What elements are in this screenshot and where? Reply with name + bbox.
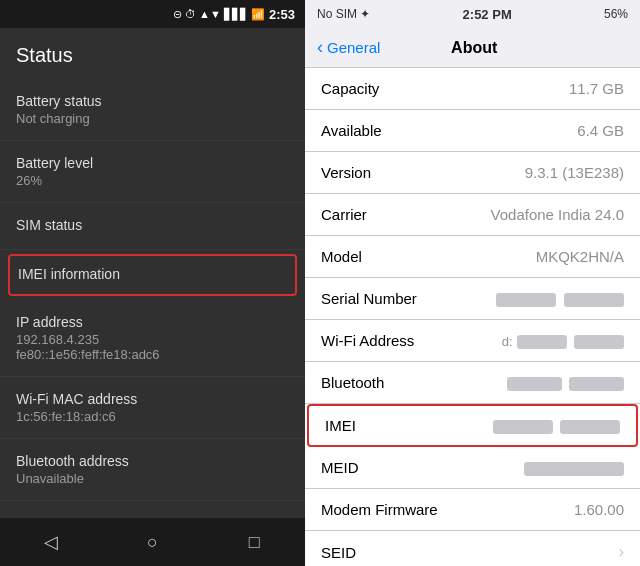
android-label-ip: IP address <box>16 314 289 330</box>
android-label-battery-status: Battery status <box>16 93 289 109</box>
ios-page-title: About <box>380 39 568 57</box>
blurred-wifi <box>517 335 567 349</box>
ios-value-available: 6.4 GB <box>390 122 624 139</box>
blurred-meid <box>524 462 624 476</box>
android-item-battery-status[interactable]: Battery status Not charging <box>0 79 305 141</box>
ios-row-bluetooth[interactable]: Bluetooth <box>305 362 640 404</box>
android-label-imei: IMEI information <box>18 266 287 282</box>
ios-panel: No SIM ✦ 2:52 PM 56% ‹ General About Cap… <box>305 0 640 566</box>
ios-value-version: 9.3.1 (13E238) <box>379 164 624 181</box>
ios-row-modem[interactable]: Modem Firmware 1.60.00 <box>305 489 640 531</box>
ios-label-seid: SEID <box>321 544 356 561</box>
ios-status-battery: 56% <box>604 7 628 21</box>
android-time: 2:53 <box>269 7 295 22</box>
ios-label-carrier: Carrier <box>321 206 367 223</box>
ios-row-imei[interactable]: IMEI <box>307 404 638 447</box>
ios-label-capacity: Capacity <box>321 80 379 97</box>
ios-row-wifi[interactable]: Wi-Fi Address d: <box>305 320 640 362</box>
ios-label-available: Available <box>321 122 382 139</box>
android-item-imei[interactable]: IMEI information <box>8 254 297 296</box>
blurred-imei1 <box>493 420 553 434</box>
ios-nav-bar: ‹ General About <box>305 28 640 68</box>
android-value-ip: 192.168.4.235fe80::1e56:feff:fe18:adc6 <box>16 332 289 362</box>
ios-row-model[interactable]: Model MKQK2HN/A <box>305 236 640 278</box>
chevron-right-icon: › <box>619 543 624 561</box>
android-status-bar: ⊝ ⏱ ▲▼ ▋▋▋ 📶 2:53 <box>0 0 305 28</box>
ios-value-serial <box>425 290 624 307</box>
android-label-bluetooth: Bluetooth address <box>16 453 289 469</box>
ios-label-bluetooth: Bluetooth <box>321 374 384 391</box>
ios-row-version[interactable]: Version 9.3.1 (13E238) <box>305 152 640 194</box>
blurred-bt2 <box>569 377 624 391</box>
android-status-icons: ⊝ ⏱ ▲▼ ▋▋▋ 📶 <box>173 8 265 21</box>
ios-back-label: General <box>327 39 380 56</box>
android-item-ip[interactable]: IP address 192.168.4.235fe80::1e56:feff:… <box>0 300 305 377</box>
ios-row-carrier[interactable]: Carrier Vodafone India 24.0 <box>305 194 640 236</box>
ios-value-modem: 1.60.00 <box>446 501 624 518</box>
blurred-serial2 <box>564 293 624 307</box>
android-value-bluetooth: Unavailable <box>16 471 289 486</box>
android-item-sim-status[interactable]: SIM status <box>0 203 305 250</box>
ios-label-modem: Modem Firmware <box>321 501 438 518</box>
ios-value-model: MKQK2HN/A <box>370 248 624 265</box>
ios-row-seid[interactable]: SEID › <box>305 531 640 566</box>
android-item-battery-level[interactable]: Battery level 26% <box>0 141 305 203</box>
ios-label-model: Model <box>321 248 362 265</box>
ios-status-time: 2:52 PM <box>463 7 512 22</box>
ios-value-imei <box>364 417 620 434</box>
android-value-wifi-mac: 1c:56:fe:18:ad:c6 <box>16 409 289 424</box>
ios-value-wifi: d: <box>422 332 624 349</box>
blurred-serial <box>496 293 556 307</box>
blurred-bt1 <box>507 377 562 391</box>
android-content: Battery status Not charging Battery leve… <box>0 79 305 518</box>
back-nav-icon[interactable]: ◁ <box>39 530 63 554</box>
android-label-wifi-mac: Wi-Fi MAC address <box>16 391 289 407</box>
wifi-partial: d: <box>502 334 513 349</box>
blurred-wifi2 <box>574 335 624 349</box>
ios-value-capacity: 11.7 GB <box>387 80 624 97</box>
ios-row-meid[interactable]: MEID <box>305 447 640 489</box>
chevron-left-icon: ‹ <box>317 37 323 58</box>
ios-label-version: Version <box>321 164 371 181</box>
android-item-bluetooth[interactable]: Bluetooth address Unavailable <box>0 439 305 501</box>
ios-value-carrier: Vodafone India 24.0 <box>375 206 624 223</box>
android-nav-bar: ◁ ○ □ <box>0 518 305 566</box>
android-item-wifi-mac[interactable]: Wi-Fi MAC address 1c:56:fe:18:ad:c6 <box>0 377 305 439</box>
ios-value-meid <box>367 459 625 476</box>
ios-label-wifi: Wi-Fi Address <box>321 332 414 349</box>
ios-back-button[interactable]: ‹ General <box>317 37 380 58</box>
ios-row-available[interactable]: Available 6.4 GB <box>305 110 640 152</box>
ios-label-serial: Serial Number <box>321 290 417 307</box>
home-nav-icon[interactable]: ○ <box>140 530 164 554</box>
android-value-battery-status: Not charging <box>16 111 289 126</box>
ios-row-serial[interactable]: Serial Number <box>305 278 640 320</box>
ios-content: Capacity 11.7 GB Available 6.4 GB Versio… <box>305 68 640 566</box>
android-page-title: Status <box>16 44 289 67</box>
android-label-battery-level: Battery level <box>16 155 289 171</box>
android-header: Status <box>0 28 305 79</box>
ios-status-left: No SIM ✦ <box>317 7 370 21</box>
recent-nav-icon[interactable]: □ <box>242 530 266 554</box>
ios-value-bluetooth <box>392 374 624 391</box>
ios-table: Capacity 11.7 GB Available 6.4 GB Versio… <box>305 68 640 566</box>
android-panel: ⊝ ⏱ ▲▼ ▋▋▋ 📶 2:53 Status Battery status … <box>0 0 305 566</box>
ios-row-capacity[interactable]: Capacity 11.7 GB <box>305 68 640 110</box>
blurred-imei2 <box>560 420 620 434</box>
android-value-battery-level: 26% <box>16 173 289 188</box>
android-label-sim-status: SIM status <box>16 217 289 233</box>
ios-label-meid: MEID <box>321 459 359 476</box>
ios-label-imei: IMEI <box>325 417 356 434</box>
ios-status-bar: No SIM ✦ 2:52 PM 56% <box>305 0 640 28</box>
